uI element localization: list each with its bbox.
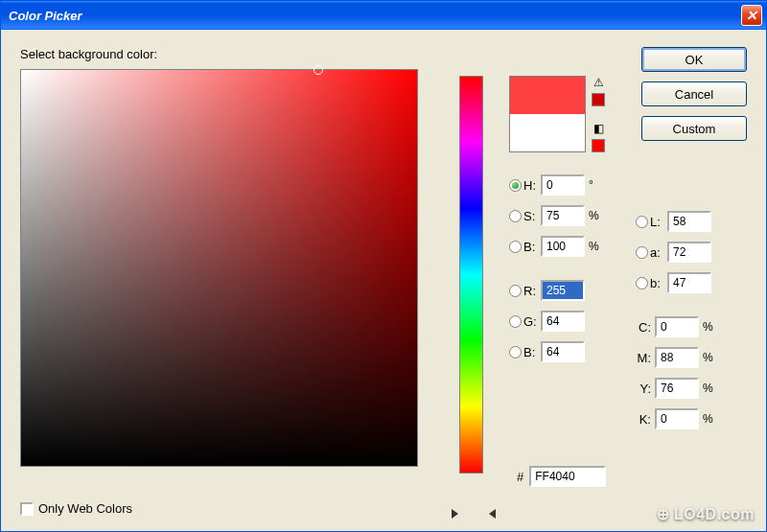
mid-column: ⚠ ◧ H: ° S: % — [509, 76, 632, 514]
m-row: M: % — [636, 346, 732, 369]
gamut-swatch[interactable] — [592, 93, 605, 106]
a-input[interactable] — [667, 242, 711, 263]
webcolors-label: Only Web Colors — [38, 501, 132, 516]
r-label: R: — [523, 284, 541, 298]
b-hsb-input[interactable] — [541, 236, 585, 257]
y-unit: % — [703, 382, 720, 395]
a-row: a: — [636, 241, 732, 264]
swatch-row: ⚠ ◧ — [509, 76, 632, 152]
m-input[interactable] — [655, 347, 699, 368]
color-swatches — [509, 76, 586, 152]
y-label: Y: — [636, 382, 651, 396]
sv-cursor-icon[interactable] — [314, 65, 323, 75]
m-unit: % — [703, 351, 720, 364]
hue-slider[interactable] — [459, 76, 483, 474]
webcolors-checkbox[interactable] — [20, 502, 34, 516]
hue-arrow-left-icon[interactable] — [452, 509, 458, 519]
h-radio[interactable] — [509, 179, 522, 192]
s-label: S: — [523, 209, 541, 223]
l-input[interactable] — [667, 211, 711, 232]
old-color-swatch[interactable] — [510, 114, 585, 151]
left-column: Select background color: — [20, 47, 432, 514]
r-row: R: — [509, 279, 632, 302]
s-input[interactable] — [541, 205, 585, 226]
h-unit: ° — [589, 178, 606, 192]
h-input[interactable] — [541, 174, 585, 196]
b-rgb-input[interactable] — [541, 341, 585, 362]
cmyk-block: C: % M: % Y: % K: % — [636, 315, 732, 430]
l-row: L: — [636, 210, 732, 233]
b-hsb-label: B: — [523, 240, 541, 254]
c-input[interactable] — [655, 316, 699, 337]
hue-column — [459, 47, 488, 514]
ok-button[interactable]: OK — [641, 47, 747, 72]
a-radio[interactable] — [636, 246, 648, 259]
b-rgb-radio[interactable] — [509, 346, 522, 359]
b-rgb-row: B: — [509, 340, 632, 363]
b-lab-radio[interactable] — [636, 277, 648, 289]
k-label: K: — [636, 412, 651, 427]
close-icon: ✕ — [746, 8, 757, 23]
b-lab-row: b: — [636, 271, 732, 294]
rgb-block: R: G: B: — [509, 279, 632, 363]
b-lab-label: b: — [650, 276, 667, 290]
g-input[interactable] — [541, 311, 585, 332]
b-hsb-unit: % — [589, 240, 606, 253]
b-rgb-label: B: — [523, 345, 541, 359]
k-input[interactable] — [655, 408, 699, 429]
s-unit: % — [589, 209, 606, 222]
h-label: H: — [523, 178, 541, 193]
websafe-cube-icon[interactable]: ◧ — [592, 122, 605, 135]
g-label: G: — [523, 314, 541, 329]
titlebar[interactable]: Color Picker ✕ — [1, 1, 766, 30]
window-title: Color Picker — [9, 9, 82, 23]
swatch-icons: ⚠ ◧ — [592, 76, 605, 152]
r-input[interactable] — [541, 280, 585, 301]
websafe-swatch[interactable] — [592, 139, 605, 152]
lab-block: L: a: b: — [636, 210, 732, 294]
b-hsb-row: B: % — [509, 235, 632, 258]
s-row: S: % — [509, 204, 632, 227]
m-label: M: — [636, 351, 651, 365]
g-radio[interactable] — [509, 315, 522, 328]
k-row: K: % — [636, 407, 732, 430]
hue-arrow-right-icon[interactable] — [489, 509, 496, 519]
new-color-swatch[interactable] — [510, 77, 585, 114]
cancel-button[interactable]: Cancel — [641, 81, 747, 106]
right-mid-column: L: a: b: C: % — [636, 210, 732, 514]
h-row: H: ° — [509, 173, 632, 197]
y-row: Y: % — [636, 377, 732, 400]
prompt-label: Select background color: — [20, 47, 432, 61]
button-column: OK Cancel Custom — [641, 47, 747, 150]
b-lab-input[interactable] — [667, 272, 711, 293]
g-row: G: — [509, 310, 632, 333]
c-unit: % — [703, 320, 720, 334]
hex-row: # — [517, 466, 606, 487]
watermark: ⊕ LO4D.com — [657, 505, 755, 523]
r-radio[interactable] — [509, 285, 522, 297]
l-label: L: — [650, 215, 667, 229]
color-picker-dialog: Color Picker ✕ Select background color: — [0, 0, 767, 532]
saturation-value-box[interactable] — [20, 69, 418, 467]
gamut-warning-icon[interactable]: ⚠ — [592, 76, 605, 89]
c-label: C: — [636, 320, 651, 335]
custom-button[interactable]: Custom — [641, 116, 747, 141]
k-unit: % — [703, 412, 720, 426]
webcolors-row: Only Web Colors — [20, 501, 132, 516]
l-radio[interactable] — [636, 216, 648, 228]
a-label: a: — [650, 245, 667, 260]
b-hsb-radio[interactable] — [509, 241, 522, 253]
hsb-block: H: ° S: % B: % — [509, 173, 632, 258]
c-row: C: % — [636, 315, 732, 338]
hex-label: # — [517, 470, 523, 484]
close-button[interactable]: ✕ — [741, 5, 762, 26]
hex-input[interactable] — [529, 466, 606, 487]
s-radio[interactable] — [509, 210, 522, 222]
y-input[interactable] — [655, 378, 699, 399]
dialog-body: Select background color: ⚠ — [1, 30, 766, 531]
